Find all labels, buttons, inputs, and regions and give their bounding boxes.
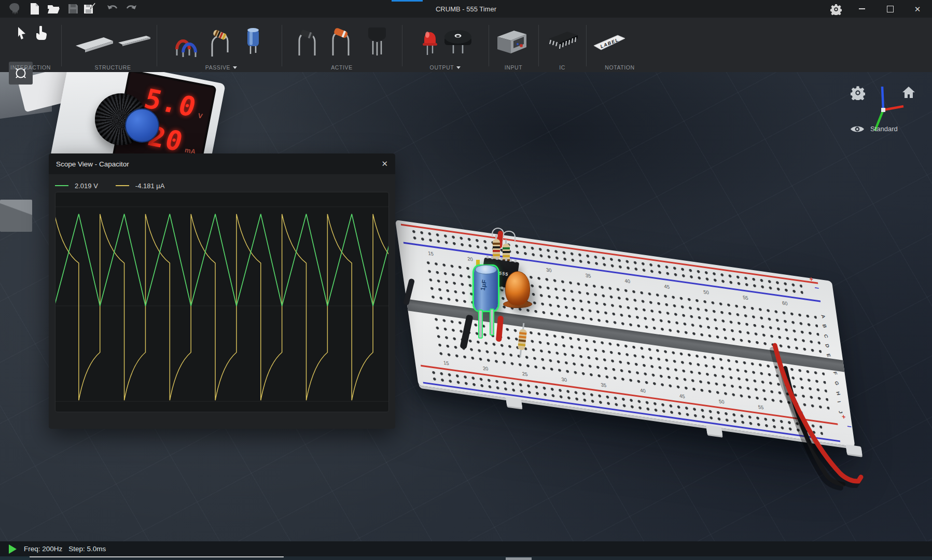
column-number: 15 [443, 359, 450, 368]
section-label-passive: PASSIVE [161, 64, 282, 71]
column-number: 25 [522, 371, 528, 379]
divider [402, 25, 402, 66]
maximize-button[interactable] [880, 0, 900, 18]
play-icon[interactable] [9, 544, 17, 554]
section-label-output: OUTPUT [402, 64, 489, 71]
section-label-notation: NOTATION [586, 64, 653, 71]
component-toolbar: INTERACTION STRUCTURE [0, 18, 932, 72]
capacitor-leg [490, 309, 494, 335]
sim-frequency: Freq: 200Hz [24, 545, 62, 553]
dropdown-icon[interactable] [456, 66, 461, 69]
column-number: 40 [624, 278, 631, 286]
divider [489, 25, 489, 66]
transistor-item[interactable] [366, 25, 388, 58]
column-number: 55 [742, 295, 749, 303]
label-item[interactable]: LABEL [591, 32, 629, 53]
cursor-tool[interactable] [15, 25, 30, 41]
scope-legend: 2.019 V -4.181 µA [55, 179, 164, 192]
capacitor-selected[interactable]: 1µF [474, 266, 498, 311]
scope-close-icon[interactable]: ✕ [381, 159, 388, 169]
status-bar: Freq: 200Hz Step: 5.0ms [0, 541, 932, 556]
column-number: 30 [546, 267, 552, 275]
undo-button[interactable] [106, 3, 119, 15]
scope-waveform [55, 192, 388, 412]
scrollbar-thumb[interactable] [506, 557, 532, 560]
eye-icon[interactable] [850, 124, 865, 136]
scope-window-title: Scope View - Capacitor [56, 160, 129, 168]
psu-voltage-unit: V [197, 111, 203, 120]
close-button[interactable]: ✕ [907, 0, 928, 18]
redo-button[interactable] [124, 3, 138, 15]
strip-highlight-line [30, 556, 284, 557]
top-accent-bar [392, 0, 423, 2]
capacitor-item[interactable] [244, 25, 262, 58]
settings-gear-icon[interactable] [829, 3, 843, 16]
app-logo-icon [7, 3, 21, 15]
section-label-input: INPUT [489, 64, 538, 71]
column-number: 35 [585, 272, 592, 281]
breadboard-item[interactable] [74, 32, 115, 55]
buzzer-item[interactable] [442, 27, 474, 57]
zener-diode-item[interactable] [328, 25, 354, 58]
column-number: 50 [718, 398, 725, 407]
strip-item[interactable] [117, 32, 151, 51]
hand-tool[interactable] [32, 25, 50, 41]
capacitor-label: 1µF [479, 279, 488, 291]
section-label-interaction: INTERACTION [0, 64, 61, 71]
divider [538, 25, 539, 66]
save-button[interactable] [66, 3, 80, 15]
scope-window: Scope View - Capacitor ✕ 2.019 V -4.181 … [49, 153, 395, 429]
crumb-app-window: CRUMB - 555 Timer ✕ INTERACTION [0, 0, 932, 560]
divider [282, 25, 282, 66]
voltage-legend-swatch [55, 185, 68, 186]
scope-plot [55, 192, 389, 412]
section-label-ic: IC [538, 64, 586, 71]
resistor-item[interactable] [206, 26, 232, 58]
column-number: 30 [561, 376, 568, 384]
led-item[interactable] [420, 26, 440, 58]
save-as-button[interactable] [83, 3, 96, 15]
capacitor-top [475, 265, 497, 274]
divider [61, 25, 62, 66]
current-legend-swatch [116, 185, 129, 186]
new-file-button[interactable] [28, 3, 41, 15]
view-preset-label[interactable]: Standard [870, 125, 898, 133]
voltage-legend-value: 2.019 V [75, 182, 98, 190]
sim-step: Step: 5.0ms [68, 545, 106, 553]
column-number: 20 [467, 256, 474, 264]
wire-item[interactable] [172, 26, 199, 58]
section-label-active: ACTIVE [282, 64, 402, 71]
column-number: 50 [703, 289, 710, 297]
minimize-button[interactable] [852, 0, 872, 18]
column-number: 45 [679, 393, 686, 401]
column-number: 40 [639, 387, 646, 396]
led-amber[interactable] [505, 271, 530, 305]
title-bar: CRUMB - 555 Timer ✕ [0, 0, 932, 18]
column-number: 15 [428, 250, 435, 258]
rail-jumper-wires[interactable] [768, 269, 892, 497]
divider [157, 25, 157, 66]
ic-item[interactable] [544, 27, 583, 57]
divider [586, 25, 587, 66]
scope-window-header[interactable]: Scope View - Capacitor ✕ [49, 153, 395, 174]
bottom-edge-strip [0, 556, 932, 560]
column-number: 35 [601, 382, 607, 390]
current-legend-value: -4.181 µA [135, 182, 165, 190]
diode-item[interactable] [295, 26, 319, 58]
strip-corner [0, 556, 30, 560]
section-label-structure: STRUCTURE [67, 64, 158, 71]
power-supply-item[interactable] [494, 28, 530, 56]
window-title: CRUMB - 555 Timer [0, 0, 932, 18]
psu-blue-knob[interactable] [125, 108, 159, 143]
dropdown-icon[interactable] [233, 66, 237, 69]
resistor-lead-loop [502, 231, 516, 241]
capacitor-leg [478, 310, 483, 339]
column-number: 55 [758, 404, 764, 412]
gray-cube[interactable] [0, 200, 32, 232]
column-number: 20 [482, 365, 489, 373]
column-number: 45 [664, 283, 671, 291]
open-file-button[interactable] [47, 3, 60, 15]
